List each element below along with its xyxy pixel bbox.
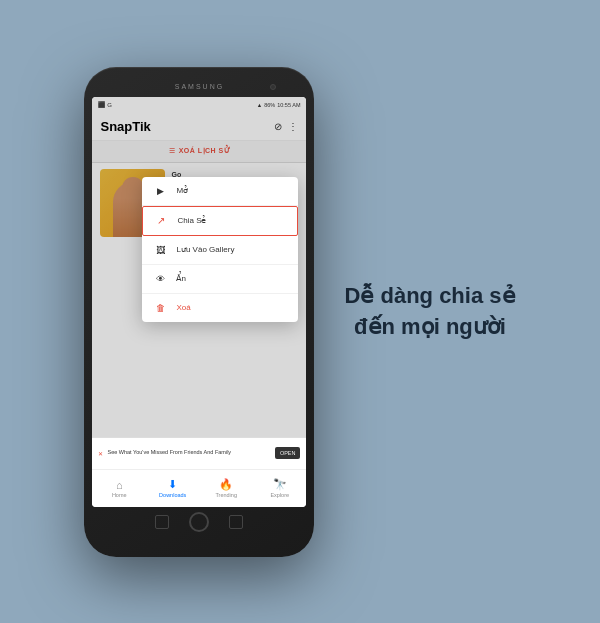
nav-explore-label: Explore bbox=[270, 492, 289, 498]
menu-item-hide[interactable]: 👁 Ẩn bbox=[142, 265, 298, 294]
promo-text-line1: Dễ dàng chia sẻ đến mọi người bbox=[344, 281, 515, 343]
menu-item-share[interactable]: ↗ Chia Sẻ bbox=[142, 206, 298, 236]
trending-icon: 🔥 bbox=[219, 478, 233, 491]
gallery-icon: 🖼 bbox=[154, 244, 166, 256]
eye-icon: 👁 bbox=[154, 273, 166, 285]
phone-bottom bbox=[92, 507, 306, 537]
menu-item-save[interactable]: 🖼 Lưu Vào Gallery bbox=[142, 236, 298, 265]
explore-icon: 🔭 bbox=[273, 478, 287, 491]
scene: SAMSUNG ⬛ G ▲ 86% 10:55 AM SnapTik ⊘ bbox=[0, 0, 600, 623]
nav-downloads-label: Downloads bbox=[159, 492, 186, 498]
menu-label-open: Mở bbox=[176, 186, 188, 195]
back-button[interactable] bbox=[155, 515, 169, 529]
downloads-icon: ⬇ bbox=[168, 478, 177, 491]
menu-item-open[interactable]: ▶ Mở bbox=[142, 177, 298, 206]
nav-explore[interactable]: 🔭 Explore bbox=[253, 470, 307, 507]
ad-open-button[interactable]: OPEN bbox=[275, 447, 301, 459]
nav-trending-label: Trending bbox=[215, 492, 237, 498]
home-icon: ⌂ bbox=[116, 479, 123, 491]
bottom-nav: ⌂ Home ⬇ Downloads 🔥 Trending 🔭 Explore bbox=[92, 469, 306, 507]
phone-top: SAMSUNG bbox=[92, 77, 306, 97]
ad-bar: ✕ See What You've Missed From Friends An… bbox=[92, 437, 306, 469]
right-text-area: Dễ dàng chia sẻ đến mọi người bbox=[344, 281, 515, 343]
play-icon: ▶ bbox=[154, 185, 166, 197]
share-icon: ↗ bbox=[155, 215, 167, 227]
nav-home[interactable]: ⌂ Home bbox=[92, 470, 146, 507]
phone-screen: ⬛ G ▲ 86% 10:55 AM SnapTik ⊘ ⋮ ☰ XOÁ bbox=[92, 97, 306, 507]
menu-item-delete[interactable]: 🗑 Xoá bbox=[142, 294, 298, 322]
menu-label-delete: Xoá bbox=[176, 303, 190, 312]
phone-shell: SAMSUNG ⬛ G ▲ 86% 10:55 AM SnapTik ⊘ bbox=[84, 67, 314, 557]
ad-close[interactable]: ✕ bbox=[98, 450, 103, 457]
phone-brand: SAMSUNG bbox=[175, 83, 224, 90]
nav-trending[interactable]: 🔥 Trending bbox=[199, 470, 253, 507]
menu-label-share: Chia Sẻ bbox=[177, 216, 206, 225]
nav-downloads[interactable]: ⬇ Downloads bbox=[146, 470, 200, 507]
menu-label-save: Lưu Vào Gallery bbox=[176, 245, 234, 254]
phone-camera bbox=[270, 84, 276, 90]
recents-button[interactable] bbox=[229, 515, 243, 529]
home-button[interactable] bbox=[189, 512, 209, 532]
context-menu: ▶ Mở ↗ Chia Sẻ 🖼 Lưu Vào Gallery 👁 Ẩn bbox=[142, 177, 298, 322]
menu-label-hide: Ẩn bbox=[176, 274, 185, 283]
trash-icon: 🗑 bbox=[154, 302, 166, 314]
nav-home-label: Home bbox=[112, 492, 127, 498]
ad-text: See What You've Missed From Friends And … bbox=[107, 449, 270, 456]
